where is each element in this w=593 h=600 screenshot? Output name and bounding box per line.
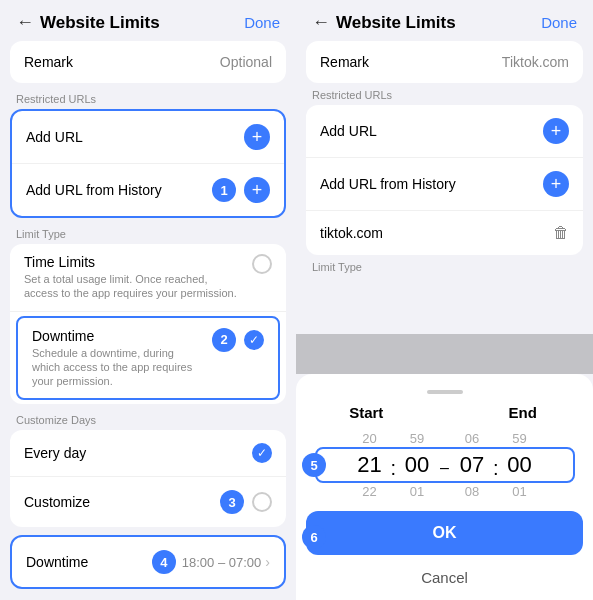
start-min-below: 01 [410, 482, 424, 501]
right-url-item-label: tiktok.com [320, 225, 383, 241]
start-min-above: 59 [410, 429, 424, 448]
right-header: ← Website Limits Done [296, 0, 593, 41]
step3-badge: 3 [220, 490, 244, 514]
step4-badge: 4 [152, 550, 176, 574]
time-picker-sheet: Start End 20 21 22 : 59 [296, 374, 593, 600]
left-limit-type-section-label: Limit Type [16, 228, 280, 240]
right-panel: ← Website Limits Done Remark Tiktok.com … [296, 0, 593, 600]
left-remark-card: Remark Optional [10, 41, 286, 83]
right-remark-card: Remark Tiktok.com [306, 41, 583, 83]
step5-badge: 5 [302, 453, 326, 477]
end-min-col[interactable]: 59 00 01 [501, 429, 539, 501]
ok-button-wrap: OK 6 [306, 511, 583, 563]
left-customize-days-card: Every day Customize 3 [10, 430, 286, 527]
left-downtime-chevron: › [265, 554, 270, 570]
left-customize-label: Customize [24, 494, 90, 510]
right-header-left: ← Website Limits [312, 12, 456, 33]
right-add-url-history-row[interactable]: Add URL from History + [306, 158, 583, 211]
start-min-col[interactable]: 59 00 01 [398, 429, 436, 501]
right-header-title: Website Limits [336, 13, 456, 33]
left-header-left: ← Website Limits [16, 12, 160, 33]
time-picker-body: 20 21 22 : 59 00 01 – 06 0 [306, 429, 583, 501]
left-downtime-value: 18:00 – 07:00 › [182, 554, 270, 570]
step2-badge: 2 [212, 328, 236, 352]
ok-button[interactable]: OK [306, 511, 583, 555]
left-downtime-time: 18:00 – 07:00 [182, 555, 262, 570]
start-hour-above: 20 [362, 429, 376, 448]
left-add-url-button[interactable]: + [244, 124, 270, 150]
left-add-url-row[interactable]: Add URL + [12, 111, 284, 164]
right-remark-row[interactable]: Remark Tiktok.com [306, 41, 583, 83]
left-restricted-urls-card: Add URL + Add URL from History 1 + [10, 109, 286, 218]
left-downtime-card[interactable]: Downtime 4 18:00 – 07:00 › [10, 535, 286, 589]
start-colon: : [388, 457, 398, 480]
left-add-url-history-button[interactable]: + [244, 177, 270, 203]
left-add-url-history-row[interactable]: Add URL from History 1 + [12, 164, 284, 216]
cancel-button[interactable]: Cancel [306, 563, 583, 592]
right-remark-label: Remark [320, 54, 369, 70]
start-hour-below: 22 [362, 482, 376, 501]
left-back-button[interactable]: ← [16, 12, 34, 33]
left-time-limits-row[interactable]: Time Limits Set a total usage limit. Onc… [10, 244, 286, 312]
left-time-limits-name: Time Limits [24, 254, 244, 270]
end-label: End [463, 404, 583, 421]
left-downtime-row-label: Downtime [26, 554, 88, 570]
time-dash: – [436, 459, 453, 477]
left-panel: ← Website Limits Done Remark Optional Re… [0, 0, 296, 600]
left-header-title: Website Limits [40, 13, 160, 33]
left-time-limits-desc: Set a total usage limit. Once reached, a… [24, 272, 244, 301]
left-every-day-label: Every day [24, 445, 86, 461]
left-customize-radio[interactable] [252, 492, 272, 512]
left-downtime-type-row[interactable]: Downtime Schedule a downtime, during whi… [16, 316, 280, 401]
left-every-day-radio[interactable] [252, 443, 272, 463]
left-time-limits-text: Time Limits Set a total usage limit. Onc… [24, 254, 244, 301]
right-add-url-row[interactable]: Add URL + [306, 105, 583, 158]
left-remark-row[interactable]: Remark Optional [10, 41, 286, 83]
right-remark-value: Tiktok.com [502, 54, 569, 70]
left-remark-placeholder: Optional [220, 54, 272, 70]
start-hour-col[interactable]: 20 21 22 [350, 429, 388, 501]
left-remark-label: Remark [24, 54, 73, 70]
right-restricted-section-label: Restricted URLs [312, 89, 577, 101]
end-hour-col[interactable]: 06 07 08 [453, 429, 491, 501]
left-downtime-type-radio[interactable] [244, 330, 264, 350]
right-done-button[interactable]: Done [541, 14, 577, 31]
left-add-url-label: Add URL [26, 129, 83, 145]
right-restricted-urls-card: Add URL + Add URL from History + tiktok.… [306, 105, 583, 255]
left-time-limits-radio[interactable] [252, 254, 272, 274]
left-limit-type-card: Time Limits Set a total usage limit. Onc… [10, 244, 286, 404]
left-downtime-row[interactable]: Downtime 4 18:00 – 07:00 › [12, 537, 284, 587]
right-content: ← Website Limits Done Remark Tiktok.com … [296, 0, 593, 600]
end-hour-below: 08 [465, 482, 479, 501]
right-url-item-row[interactable]: tiktok.com 🗑 [306, 211, 583, 255]
step1-badge: 1 [212, 178, 236, 202]
right-limit-type-section-label: Limit Type [312, 261, 577, 273]
end-min-below: 01 [512, 482, 526, 501]
end-min-above: 59 [512, 429, 526, 448]
start-hour-current: 21 [357, 448, 381, 482]
left-done-button[interactable]: Done [244, 14, 280, 31]
left-add-url-history-label: Add URL from History [26, 182, 162, 198]
start-label: Start [306, 404, 426, 421]
right-add-url-label: Add URL [320, 123, 377, 139]
left-every-day-row[interactable]: Every day [10, 430, 286, 477]
start-min-current: 00 [405, 448, 429, 482]
end-hour-current: 07 [460, 448, 484, 482]
right-add-url-history-button[interactable]: + [543, 171, 569, 197]
right-url-item-delete[interactable]: 🗑 [553, 224, 569, 242]
left-downtime-type-text: Downtime Schedule a downtime, during whi… [32, 328, 204, 389]
right-back-button[interactable]: ← [312, 12, 330, 33]
left-downtime-type-desc: Schedule a downtime, during which access… [32, 346, 204, 389]
left-customize-row[interactable]: Customize 3 [10, 477, 286, 527]
left-downtime-type-name: Downtime [32, 328, 204, 344]
left-restricted-section-label: Restricted URLs [16, 93, 280, 105]
time-picker-header: Start End [306, 404, 583, 421]
time-picker-area: Start End 20 21 22 : 59 [296, 334, 593, 600]
right-add-url-history-label: Add URL from History [320, 176, 456, 192]
end-min-current: 00 [507, 448, 531, 482]
left-customize-days-section-label: Customize Days [16, 414, 280, 426]
right-add-url-button[interactable]: + [543, 118, 569, 144]
end-hour-above: 06 [465, 429, 479, 448]
left-header: ← Website Limits Done [0, 0, 296, 41]
step6-badge: 6 [302, 525, 326, 549]
